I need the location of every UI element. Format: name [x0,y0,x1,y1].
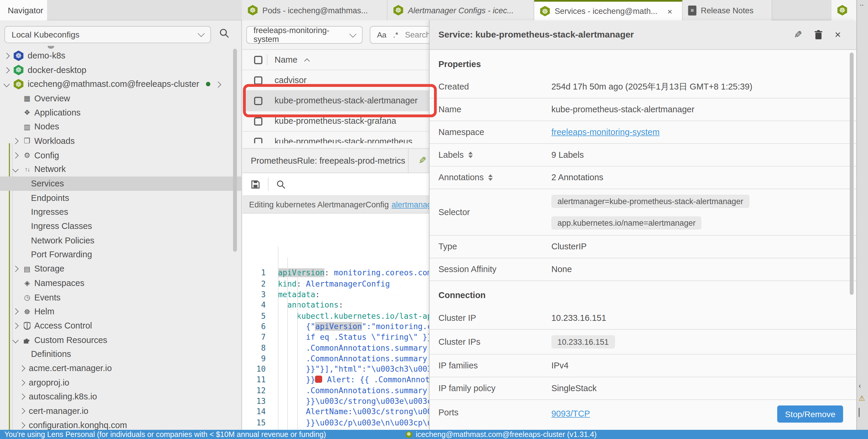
sidebar-item-access-control[interactable]: Access Control [0,319,242,333]
chevron-right-icon[interactable] [4,68,13,72]
sidebar-item-config[interactable]: ⚙Config [0,148,242,162]
row-label: Ports [430,400,551,418]
code-text: kubectl.kubernetes.io/last-appli [278,311,446,322]
sidebar-item-nodes[interactable]: ▥Nodes [0,120,242,134]
row-checkbox[interactable] [254,117,262,125]
sidebar-item-definitions[interactable]: Definitions [0,347,242,361]
sidebar-item-docker-desktop[interactable]: ☸docker-desktop [0,63,242,77]
status-bar: You're using Lens Personal (for individu… [0,430,868,439]
sidebar-item-autoscaling-k8s-io[interactable]: autoscaling.k8s.io [0,390,242,404]
port-link-9093-tcp[interactable]: 9093/TCP [551,409,590,419]
custom-resources-icon [22,336,32,344]
sidebar-item-demo-k8s[interactable]: ☸demo-k8s [0,49,242,63]
sidebar-item-storage[interactable]: ▤Storage [0,262,242,276]
chevron-right-icon[interactable] [20,409,29,413]
code-text: .CommonAnnotations.summary }}- [278,353,446,364]
storage-icon: ▤ [22,265,32,273]
chevron-left-icon[interactable]: ‹ [859,382,861,390]
sidebar-item-label: cert-manager.io [29,406,88,416]
sidebar-item-overview[interactable]: ▦Overview [0,91,242,105]
workloads-icon: ❒ [22,137,32,145]
chevron-right-icon[interactable] [13,309,22,314]
sidebar-item-applications[interactable]: ❖Applications [0,105,242,120]
line-number: 5 [242,311,266,322]
sidebar-item-network[interactable]: ↑↓Network [0,163,242,177]
editor-search-icon[interactable] [276,180,286,189]
chevron-right-icon[interactable] [216,79,220,89]
chevron-right-icon[interactable] [13,153,22,158]
kubernetes-icon: ☸ [540,6,551,16]
sidebar-item-custom-resources[interactable]: Custom Resources [0,333,242,347]
regex-icon[interactable]: .* [393,30,398,39]
alarm-emoji [315,376,322,383]
delete-trash-icon[interactable] [814,30,823,40]
sidebar-item-icecheng-mathmast-com-freeleaps-cluster[interactable]: ☸icecheng@mathmast.com@freeleaps-cluster [0,77,242,91]
chip: alertmanager=kube-prometheus-stack-alert… [551,195,749,208]
close-icon[interactable]: × [835,29,841,41]
kubeconfig-select-value: Local Kubeconfigs [11,30,80,39]
chevron-right-icon[interactable] [13,139,22,143]
search-placeholder: Search [405,30,430,39]
name-column-header[interactable]: Name [275,55,298,65]
active-cluster-status[interactable]: ☸ icecheng@mathmast.com@freeleaps-cluste… [405,431,597,439]
edit-pencil-icon[interactable]: ✎ [418,155,427,166]
overflow-tab[interactable]: ☸ [831,0,856,21]
sidebar-item-events[interactable]: ◷Events [0,290,242,304]
tab-services-icecheng-math[interactable]: ☸Services - icecheng@math...× [534,0,683,21]
chevron-right-icon[interactable] [20,380,29,385]
line-number: 13 [242,396,266,407]
connected-status-dot [206,82,210,87]
close-icon[interactable]: × [667,6,672,16]
sidebar-item-label: Applications [34,107,81,117]
chevron-right-icon[interactable] [20,395,29,399]
sidebar-item-namespaces[interactable]: ◈Namespaces [0,276,242,290]
sidebar-item-helm[interactable]: ☸Helm [0,305,242,319]
namespace-select-value: freeleaps-monitoring-system [254,26,351,44]
sidebar-item-acme-cert-manager-io[interactable]: acme.cert-manager.io [0,361,242,375]
chevron-right-icon[interactable] [13,324,22,328]
sidebar-item-port-forwarding[interactable]: Port Forwarding [0,247,242,262]
select-all-checkbox[interactable] [254,56,262,64]
chevron-right-icon[interactable] [20,423,29,428]
chip-list: alertmanager=kube-prometheus-stack-alert… [551,189,749,235]
sidebar-item-workloads[interactable]: ❒Workloads [0,134,242,148]
sidebar-item-configuration-konghq-com[interactable]: configuration.konghq.com [0,418,242,430]
row-label: Name [430,105,551,114]
chevron-down-icon[interactable] [4,82,13,87]
sidebar-item-services[interactable]: Services [0,177,242,191]
row-checkbox[interactable] [254,137,262,143]
sidebar-item-argoproj-io[interactable]: argoproj.io [0,375,242,390]
helm-icon: ☸ [22,308,32,316]
sidebar-item-cert-manager-io[interactable]: cert-manager.io [0,404,242,418]
match-case-icon[interactable]: Aa [377,30,386,39]
namespace-select[interactable]: freeleaps-monitoring-system [246,26,363,44]
sort-ascending-icon[interactable] [305,58,310,64]
chevron-right-icon[interactable] [4,54,13,58]
tab-release-notes[interactable]: ≡Release Notes [683,0,772,21]
chevron-down-icon[interactable] [13,338,22,342]
warning-icon[interactable]: ⚠ [859,394,865,402]
chevron-right-icon[interactable] [13,267,22,271]
sidebar-item-endpoints[interactable]: Endpoints [0,191,242,205]
kubeconfig-select[interactable]: Local Kubeconfigs [4,26,211,43]
sidebar-item-ingresses[interactable]: Ingresses [0,205,242,219]
tab-pods-icecheng-mathmas[interactable]: ☸Pods - icecheng@mathmas... [242,0,387,21]
code-text: }}\u003c/p\u003e\n\u003cp\u003 [278,417,446,428]
search-icon[interactable] [219,28,229,38]
navigator-panel-tab[interactable]: Navigator [0,0,47,21]
namespace-link[interactable]: freeleaps-monitoring-system [551,127,659,137]
window-icon[interactable] [859,408,860,416]
stop-remove-button[interactable]: Stop/Remove [777,405,843,423]
sidebar-scrollbar[interactable] [233,49,237,252]
save-icon[interactable] [251,180,260,189]
drawer-scrollbar[interactable] [850,53,854,295]
edit-pencil-icon[interactable]: ✎ [794,29,802,41]
sidebar-item-ingress-classes[interactable]: Ingress Classes [0,219,242,233]
sort-updown-icon[interactable] [468,151,473,158]
row-checkbox[interactable] [254,76,262,84]
sidebar-item-network-policies[interactable]: Network Policies [0,233,242,247]
chevron-right-icon[interactable] [20,366,29,371]
tab-alertmanager-configs-icec[interactable]: ☸Alertmanager Configs - icec... [388,0,534,21]
chevron-down-icon[interactable] [13,167,22,172]
sort-updown-icon[interactable] [488,174,493,181]
